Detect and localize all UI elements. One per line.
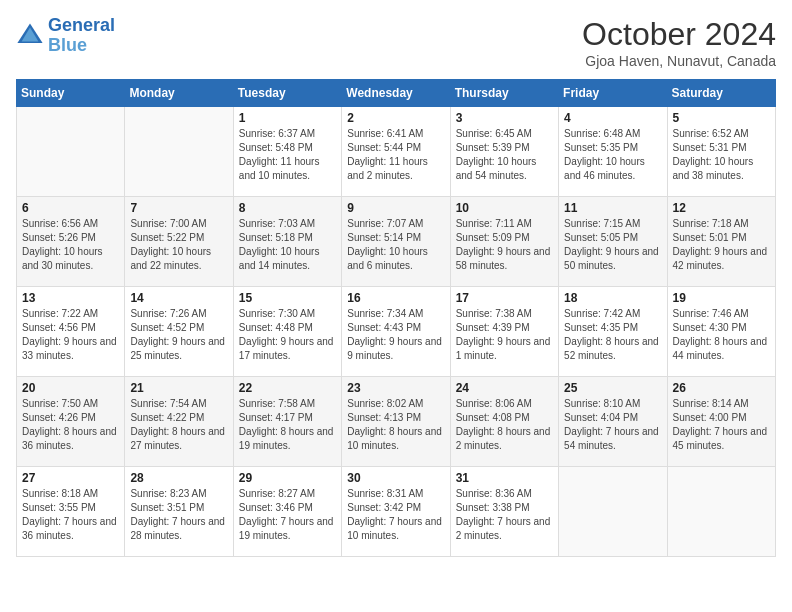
calendar-cell: 24Sunrise: 8:06 AM Sunset: 4:08 PM Dayli… bbox=[450, 377, 558, 467]
calendar-cell: 9Sunrise: 7:07 AM Sunset: 5:14 PM Daylig… bbox=[342, 197, 450, 287]
day-detail: Sunrise: 6:45 AM Sunset: 5:39 PM Dayligh… bbox=[456, 127, 553, 183]
calendar-cell bbox=[667, 467, 775, 557]
logo-line1: General bbox=[48, 15, 115, 35]
calendar-cell: 25Sunrise: 8:10 AM Sunset: 4:04 PM Dayli… bbox=[559, 377, 667, 467]
calendar-cell: 5Sunrise: 6:52 AM Sunset: 5:31 PM Daylig… bbox=[667, 107, 775, 197]
day-detail: Sunrise: 7:26 AM Sunset: 4:52 PM Dayligh… bbox=[130, 307, 227, 363]
day-detail: Sunrise: 8:18 AM Sunset: 3:55 PM Dayligh… bbox=[22, 487, 119, 543]
day-detail: Sunrise: 8:02 AM Sunset: 4:13 PM Dayligh… bbox=[347, 397, 444, 453]
calendar-cell: 6Sunrise: 6:56 AM Sunset: 5:26 PM Daylig… bbox=[17, 197, 125, 287]
calendar-cell bbox=[559, 467, 667, 557]
day-detail: Sunrise: 8:23 AM Sunset: 3:51 PM Dayligh… bbox=[130, 487, 227, 543]
day-number: 7 bbox=[130, 201, 227, 215]
calendar-cell: 20Sunrise: 7:50 AM Sunset: 4:26 PM Dayli… bbox=[17, 377, 125, 467]
calendar-table: SundayMondayTuesdayWednesdayThursdayFrid… bbox=[16, 79, 776, 557]
day-number: 1 bbox=[239, 111, 336, 125]
calendar-body: 1Sunrise: 6:37 AM Sunset: 5:48 PM Daylig… bbox=[17, 107, 776, 557]
day-detail: Sunrise: 6:48 AM Sunset: 5:35 PM Dayligh… bbox=[564, 127, 661, 183]
week-row-0: 1Sunrise: 6:37 AM Sunset: 5:48 PM Daylig… bbox=[17, 107, 776, 197]
week-row-2: 13Sunrise: 7:22 AM Sunset: 4:56 PM Dayli… bbox=[17, 287, 776, 377]
calendar-cell: 27Sunrise: 8:18 AM Sunset: 3:55 PM Dayli… bbox=[17, 467, 125, 557]
calendar-cell: 26Sunrise: 8:14 AM Sunset: 4:00 PM Dayli… bbox=[667, 377, 775, 467]
day-number: 29 bbox=[239, 471, 336, 485]
calendar-cell: 8Sunrise: 7:03 AM Sunset: 5:18 PM Daylig… bbox=[233, 197, 341, 287]
day-number: 24 bbox=[456, 381, 553, 395]
header-row: SundayMondayTuesdayWednesdayThursdayFrid… bbox=[17, 80, 776, 107]
calendar-cell: 3Sunrise: 6:45 AM Sunset: 5:39 PM Daylig… bbox=[450, 107, 558, 197]
header-saturday: Saturday bbox=[667, 80, 775, 107]
day-number: 17 bbox=[456, 291, 553, 305]
day-detail: Sunrise: 7:46 AM Sunset: 4:30 PM Dayligh… bbox=[673, 307, 770, 363]
calendar-cell: 16Sunrise: 7:34 AM Sunset: 4:43 PM Dayli… bbox=[342, 287, 450, 377]
calendar-cell: 13Sunrise: 7:22 AM Sunset: 4:56 PM Dayli… bbox=[17, 287, 125, 377]
day-detail: Sunrise: 7:07 AM Sunset: 5:14 PM Dayligh… bbox=[347, 217, 444, 273]
day-number: 6 bbox=[22, 201, 119, 215]
calendar-cell: 21Sunrise: 7:54 AM Sunset: 4:22 PM Dayli… bbox=[125, 377, 233, 467]
calendar-cell: 29Sunrise: 8:27 AM Sunset: 3:46 PM Dayli… bbox=[233, 467, 341, 557]
day-number: 11 bbox=[564, 201, 661, 215]
day-number: 12 bbox=[673, 201, 770, 215]
calendar-cell: 28Sunrise: 8:23 AM Sunset: 3:51 PM Dayli… bbox=[125, 467, 233, 557]
logo: General Blue bbox=[16, 16, 115, 56]
month-title: October 2024 bbox=[582, 16, 776, 53]
header-monday: Monday bbox=[125, 80, 233, 107]
calendar-cell: 7Sunrise: 7:00 AM Sunset: 5:22 PM Daylig… bbox=[125, 197, 233, 287]
day-detail: Sunrise: 7:50 AM Sunset: 4:26 PM Dayligh… bbox=[22, 397, 119, 453]
day-detail: Sunrise: 7:30 AM Sunset: 4:48 PM Dayligh… bbox=[239, 307, 336, 363]
calendar-cell: 30Sunrise: 8:31 AM Sunset: 3:42 PM Dayli… bbox=[342, 467, 450, 557]
calendar-cell: 12Sunrise: 7:18 AM Sunset: 5:01 PM Dayli… bbox=[667, 197, 775, 287]
day-detail: Sunrise: 7:03 AM Sunset: 5:18 PM Dayligh… bbox=[239, 217, 336, 273]
day-detail: Sunrise: 6:56 AM Sunset: 5:26 PM Dayligh… bbox=[22, 217, 119, 273]
day-detail: Sunrise: 8:14 AM Sunset: 4:00 PM Dayligh… bbox=[673, 397, 770, 453]
calendar-cell bbox=[17, 107, 125, 197]
day-number: 28 bbox=[130, 471, 227, 485]
calendar-cell: 1Sunrise: 6:37 AM Sunset: 5:48 PM Daylig… bbox=[233, 107, 341, 197]
header-sunday: Sunday bbox=[17, 80, 125, 107]
calendar-cell: 18Sunrise: 7:42 AM Sunset: 4:35 PM Dayli… bbox=[559, 287, 667, 377]
calendar-cell: 4Sunrise: 6:48 AM Sunset: 5:35 PM Daylig… bbox=[559, 107, 667, 197]
day-number: 22 bbox=[239, 381, 336, 395]
day-number: 3 bbox=[456, 111, 553, 125]
day-detail: Sunrise: 7:22 AM Sunset: 4:56 PM Dayligh… bbox=[22, 307, 119, 363]
day-number: 19 bbox=[673, 291, 770, 305]
day-detail: Sunrise: 7:00 AM Sunset: 5:22 PM Dayligh… bbox=[130, 217, 227, 273]
calendar-cell: 19Sunrise: 7:46 AM Sunset: 4:30 PM Dayli… bbox=[667, 287, 775, 377]
day-number: 18 bbox=[564, 291, 661, 305]
day-number: 25 bbox=[564, 381, 661, 395]
day-detail: Sunrise: 8:06 AM Sunset: 4:08 PM Dayligh… bbox=[456, 397, 553, 453]
day-detail: Sunrise: 8:27 AM Sunset: 3:46 PM Dayligh… bbox=[239, 487, 336, 543]
header-tuesday: Tuesday bbox=[233, 80, 341, 107]
day-number: 5 bbox=[673, 111, 770, 125]
day-number: 13 bbox=[22, 291, 119, 305]
day-number: 26 bbox=[673, 381, 770, 395]
title-block: October 2024 Gjoa Haven, Nunavut, Canada bbox=[582, 16, 776, 69]
day-detail: Sunrise: 7:38 AM Sunset: 4:39 PM Dayligh… bbox=[456, 307, 553, 363]
calendar-cell bbox=[125, 107, 233, 197]
day-number: 16 bbox=[347, 291, 444, 305]
day-detail: Sunrise: 8:31 AM Sunset: 3:42 PM Dayligh… bbox=[347, 487, 444, 543]
day-detail: Sunrise: 7:42 AM Sunset: 4:35 PM Dayligh… bbox=[564, 307, 661, 363]
calendar-cell: 17Sunrise: 7:38 AM Sunset: 4:39 PM Dayli… bbox=[450, 287, 558, 377]
day-number: 23 bbox=[347, 381, 444, 395]
header-thursday: Thursday bbox=[450, 80, 558, 107]
day-detail: Sunrise: 7:15 AM Sunset: 5:05 PM Dayligh… bbox=[564, 217, 661, 273]
day-detail: Sunrise: 7:34 AM Sunset: 4:43 PM Dayligh… bbox=[347, 307, 444, 363]
day-detail: Sunrise: 7:58 AM Sunset: 4:17 PM Dayligh… bbox=[239, 397, 336, 453]
day-number: 4 bbox=[564, 111, 661, 125]
day-detail: Sunrise: 8:36 AM Sunset: 3:38 PM Dayligh… bbox=[456, 487, 553, 543]
calendar-header: SundayMondayTuesdayWednesdayThursdayFrid… bbox=[17, 80, 776, 107]
calendar-cell: 23Sunrise: 8:02 AM Sunset: 4:13 PM Dayli… bbox=[342, 377, 450, 467]
day-number: 8 bbox=[239, 201, 336, 215]
calendar-cell: 31Sunrise: 8:36 AM Sunset: 3:38 PM Dayli… bbox=[450, 467, 558, 557]
day-number: 15 bbox=[239, 291, 336, 305]
logo-icon bbox=[16, 22, 44, 50]
calendar-cell: 15Sunrise: 7:30 AM Sunset: 4:48 PM Dayli… bbox=[233, 287, 341, 377]
day-detail: Sunrise: 8:10 AM Sunset: 4:04 PM Dayligh… bbox=[564, 397, 661, 453]
day-detail: Sunrise: 7:18 AM Sunset: 5:01 PM Dayligh… bbox=[673, 217, 770, 273]
header-friday: Friday bbox=[559, 80, 667, 107]
calendar-cell: 14Sunrise: 7:26 AM Sunset: 4:52 PM Dayli… bbox=[125, 287, 233, 377]
day-detail: Sunrise: 7:11 AM Sunset: 5:09 PM Dayligh… bbox=[456, 217, 553, 273]
page-header: General Blue October 2024 Gjoa Haven, Nu… bbox=[16, 16, 776, 69]
day-detail: Sunrise: 6:52 AM Sunset: 5:31 PM Dayligh… bbox=[673, 127, 770, 183]
logo-text: General Blue bbox=[48, 16, 115, 56]
